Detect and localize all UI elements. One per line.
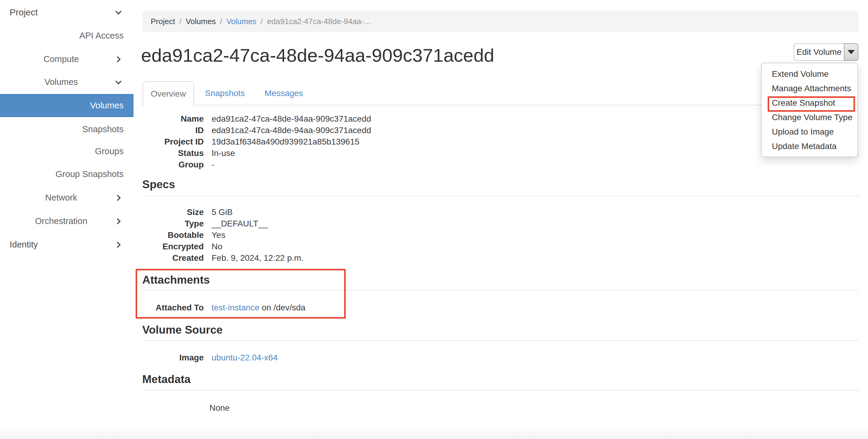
breadcrumb: Project / Volumes / Volumes / eda91ca2-4… xyxy=(142,10,858,32)
menu-item-extend-volume[interactable]: Extend Volume xyxy=(762,67,858,81)
detail-row-status: Status In-use xyxy=(142,147,371,159)
sidebar-item-volumes-active[interactable]: Volumes xyxy=(0,94,133,117)
menu-item-create-snapshot[interactable]: Create Snapshot xyxy=(762,96,858,110)
breadcrumb-current: eda91ca2-47ca-48de-94aa-... xyxy=(267,17,370,26)
attachment-row: Attached To test-instance on /dev/sda xyxy=(142,302,305,313)
breadcrumb-project[interactable]: Project xyxy=(151,17,175,26)
detail-row-project-id: Project ID 19d3a1f6348a490d939921a85b139… xyxy=(142,136,371,147)
edit-volume-dropdown-toggle[interactable] xyxy=(844,43,858,61)
sidebar-item-group-snapshots[interactable]: Group Snapshots xyxy=(0,163,133,186)
attached-instance-link[interactable]: test-instance xyxy=(212,303,259,312)
sidebar-item-project[interactable]: Project xyxy=(0,1,133,24)
menu-item-update-metadata[interactable]: Update Metadata xyxy=(762,139,858,154)
volume-detail-screen: Project API Access Compute Volumes Volum… xyxy=(0,0,868,439)
status-value: In-use xyxy=(212,148,235,158)
chevron-right-icon xyxy=(115,56,122,63)
spec-row-created: Created Feb. 9, 2024, 12:22 p.m. xyxy=(142,252,304,264)
breadcrumb-separator: / xyxy=(179,17,181,26)
bottom-fade xyxy=(0,426,868,439)
edit-volume-dropdown-menu: Extend Volume Manage Attachments Create … xyxy=(761,63,858,157)
tab-overview[interactable]: Overview xyxy=(143,81,194,106)
spec-row-type: Type __DEFAULT__ xyxy=(142,218,304,230)
sidebar-item-snapshots[interactable]: Snapshots xyxy=(0,118,133,141)
breadcrumb-separator: / xyxy=(220,17,222,26)
source-image-link[interactable]: ubuntu-22.04-x64 xyxy=(212,353,278,362)
sidebar-item-api-access[interactable]: API Access xyxy=(0,24,133,47)
tab-bar: Overview Snapshots Messages xyxy=(142,81,859,105)
chevron-right-icon xyxy=(115,217,122,225)
chevron-down-icon xyxy=(115,78,122,86)
sidebar-item-volumes-group[interactable]: Volumes xyxy=(0,70,133,94)
sidebar-item-groups[interactable]: Groups xyxy=(0,140,133,163)
chevron-right-icon xyxy=(115,241,122,249)
specs-list: Size 5 GiB Type __DEFAULT__ Bootable Yes… xyxy=(142,207,304,264)
volume-details-list: Name eda91ca2-47ca-48de-94aa-909c371aced… xyxy=(142,113,371,170)
sidebar-item-network[interactable]: Network xyxy=(0,186,133,209)
metadata-none-value: None xyxy=(210,402,230,414)
chevron-down-icon xyxy=(115,8,122,16)
edit-volume-button-group: Edit Volume xyxy=(794,43,858,61)
edit-volume-button[interactable]: Edit Volume xyxy=(794,43,844,61)
caret-down-icon xyxy=(847,50,855,54)
sidebar-item-orchestration[interactable]: Orchestration xyxy=(0,209,133,233)
divider xyxy=(142,390,859,391)
sidebar-item-compute[interactable]: Compute xyxy=(0,47,133,71)
spec-row-size: Size 5 GiB xyxy=(142,207,304,218)
menu-item-upload-to-image[interactable]: Upload to Image xyxy=(762,125,858,139)
section-title-volume-source: Volume Source xyxy=(142,324,223,336)
spec-row-bootable: Bootable Yes xyxy=(142,230,304,241)
spec-row-encrypted: Encrypted No xyxy=(142,241,304,252)
menu-item-change-volume-type[interactable]: Change Volume Type xyxy=(762,110,858,125)
detail-row-group: Group - xyxy=(142,159,371,170)
breadcrumb-separator: / xyxy=(261,17,263,26)
volume-source-list: Image ubuntu-22.04-x64 xyxy=(142,352,278,364)
section-title-specs: Specs xyxy=(142,178,175,191)
menu-item-manage-attachments[interactable]: Manage Attachments xyxy=(762,81,858,96)
tab-messages[interactable]: Messages xyxy=(265,81,303,105)
divider xyxy=(142,340,859,341)
page-title: eda91ca2-47ca-48de-94aa-909c371acedd xyxy=(141,44,494,66)
section-title-attachments: Attachments xyxy=(142,274,210,286)
sidebar: Project API Access Compute Volumes Volum… xyxy=(0,0,133,439)
attachment-device: on /dev/sda xyxy=(259,303,306,312)
tab-snapshots[interactable]: Snapshots xyxy=(205,81,245,105)
section-title-metadata: Metadata xyxy=(142,373,190,386)
detail-row-name: Name eda91ca2-47ca-48de-94aa-909c371aced… xyxy=(142,113,371,125)
volume-source-row: Image ubuntu-22.04-x64 xyxy=(142,352,278,364)
breadcrumb-volumes-panel[interactable]: Volumes xyxy=(186,17,216,26)
divider xyxy=(142,290,859,291)
chevron-right-icon xyxy=(115,194,122,202)
detail-row-id: ID eda91ca2-47ca-48de-94aa-909c371acedd xyxy=(142,125,371,136)
breadcrumb-volumes-link[interactable]: Volumes xyxy=(226,17,256,26)
divider xyxy=(142,196,859,196)
sidebar-item-identity[interactable]: Identity xyxy=(0,233,133,256)
attachments-list: Attached To test-instance on /dev/sda xyxy=(142,302,305,313)
